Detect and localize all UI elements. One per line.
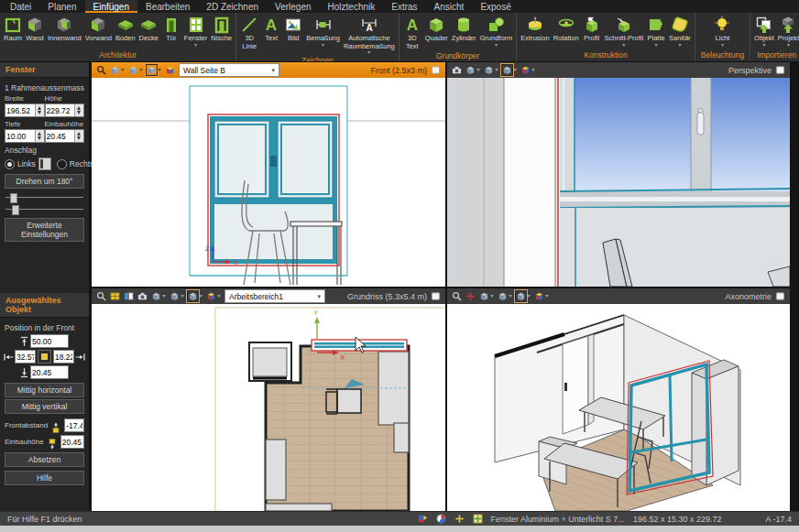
menu-datei[interactable]: Datei xyxy=(2,0,39,13)
spinner-icon[interactable] xyxy=(35,130,44,142)
camera-icon[interactable] xyxy=(137,291,148,301)
ribbon-button-nische[interactable]: Nische xyxy=(209,13,234,43)
view-cube-icon[interactable] xyxy=(170,291,180,301)
arbeitsbereich-select[interactable]: Arbeitsbereich1▾ xyxy=(224,289,325,303)
color-cube-icon[interactable] xyxy=(206,291,216,301)
grundriss-viewport[interactable]: Arbeitsbereich1▾ Grundriss (5.3x5.4 m) xyxy=(92,288,445,511)
ribbon-button-tuer[interactable]: Tür xyxy=(160,13,182,43)
object-center-marker-icon[interactable] xyxy=(38,350,51,364)
ribbon-button-raum[interactable]: Raum xyxy=(2,13,24,43)
ribbon-button-boden[interactable]: Boden xyxy=(114,13,137,43)
menu-bearbeiten[interactable]: Bearbeiten xyxy=(137,0,198,13)
slider-2[interactable] xyxy=(5,204,84,214)
menu-einfuegen[interactable]: Einfügen xyxy=(85,0,137,13)
menu-planen[interactable]: Planen xyxy=(39,0,84,13)
absetzen-button[interactable]: Absetzen xyxy=(5,452,84,467)
hilfe-button[interactable]: Hilfe xyxy=(5,471,84,485)
rechts-radio[interactable] xyxy=(57,159,67,169)
menu-ansicht[interactable]: Ansicht xyxy=(426,0,473,13)
ribbon-button-auto-raumbemassung[interactable]: AAutomatische Raumbemaßung▾ xyxy=(342,13,397,55)
spinner-icon[interactable] xyxy=(35,104,44,116)
axonometrie-view-canvas[interactable] xyxy=(447,304,790,511)
ribbon-button-bemassung[interactable]: Bemaßung▾ xyxy=(304,13,342,48)
zoom-icon[interactable] xyxy=(96,291,106,301)
move-icon[interactable] xyxy=(465,291,476,301)
viewport-maximize-icon[interactable] xyxy=(431,65,441,75)
view-cube-icon[interactable] xyxy=(151,291,161,301)
camera-icon[interactable] xyxy=(452,65,462,75)
slider-1[interactable] xyxy=(5,192,84,202)
position-top-input[interactable] xyxy=(31,335,68,347)
ribbon-button-decke[interactable]: Decke xyxy=(137,13,160,43)
ribbon-button-3d-text[interactable]: A3D Text xyxy=(401,13,423,50)
view-cube-icon[interactable] xyxy=(147,65,157,75)
move-icon[interactable] xyxy=(454,514,465,524)
drehen-button[interactable]: Drehen um 180° xyxy=(5,174,84,189)
menu-holztechnik[interactable]: Holztechnik xyxy=(320,0,384,13)
axonometrie-viewport[interactable]: Axonometrie xyxy=(447,288,790,511)
ribbon-button-licht[interactable]: Licht▾ xyxy=(711,13,733,48)
ribbon-button-objekt[interactable]: Objekt▾ xyxy=(752,13,776,48)
ribbon-button-vorwand[interactable]: Vorwand xyxy=(83,13,114,43)
view-cube-icon[interactable] xyxy=(479,291,489,301)
breite-input[interactable] xyxy=(5,104,35,116)
mittig-horizontal-button[interactable]: Mittig horizontal xyxy=(5,383,84,397)
transform-icon[interactable] xyxy=(418,514,428,524)
mittig-vertikal-button[interactable]: Mittig vertikal xyxy=(5,399,84,414)
wall-side-select[interactable]: Wall Seite B▾ xyxy=(179,63,279,77)
menu-extras[interactable]: Extras xyxy=(383,0,425,13)
view-cube-icon[interactable] xyxy=(502,65,512,75)
view-cube-icon[interactable] xyxy=(516,291,526,301)
menu-verlegen[interactable]: Verlegen xyxy=(267,0,319,13)
perspektive-viewport[interactable]: Perspektive xyxy=(447,62,790,287)
links-radio[interactable] xyxy=(5,159,15,169)
grundriss-view-canvas[interactable]: Y X xyxy=(92,304,445,511)
pie-icon[interactable] xyxy=(436,514,446,524)
spinner-icon[interactable] xyxy=(74,130,83,142)
menu-expose[interactable]: Exposé xyxy=(472,0,519,13)
erweiterte-einstellungen-button[interactable]: Erweiterte Einstellungen xyxy=(5,218,84,242)
view-cube-icon[interactable] xyxy=(484,65,494,75)
spinner-icon[interactable] xyxy=(74,104,83,116)
viewport-maximize-icon[interactable] xyxy=(775,65,785,75)
ribbon-button-wand[interactable]: Wand xyxy=(24,13,46,43)
frontabstand-input[interactable] xyxy=(65,419,83,431)
ribbon-button-grundform[interactable]: Grundform▾ xyxy=(478,13,515,48)
perspektive-view-canvas[interactable] xyxy=(447,78,790,287)
ribbon-button-platte[interactable]: Platte▾ xyxy=(645,13,667,48)
position-left-input[interactable] xyxy=(16,351,35,363)
snap-grid-icon[interactable] xyxy=(473,514,483,524)
position-right-input[interactable] xyxy=(54,351,73,363)
einbauhoehe-input[interactable] xyxy=(46,130,75,142)
ribbon-button-profil[interactable]: Profil xyxy=(581,13,603,43)
hinge-left-icon[interactable] xyxy=(38,157,51,170)
zoom-icon[interactable] xyxy=(452,291,462,301)
ribbon-button-quader[interactable]: Quader xyxy=(423,13,450,43)
ribbon-button-innenwand[interactable]: Innenwand xyxy=(46,13,83,43)
view-cube-icon[interactable] xyxy=(110,65,120,75)
zoom-icon[interactable] xyxy=(96,65,106,75)
ribbon-button-bild[interactable]: Bild xyxy=(282,13,304,43)
ribbon-button-projekt[interactable]: Projekt▾ xyxy=(776,13,799,48)
einbauhoehe2-input[interactable] xyxy=(61,436,83,448)
front-viewport[interactable]: Wall Seite B▾ Front (2.5x3 m) xyxy=(92,62,445,287)
viewport-maximize-icon[interactable] xyxy=(775,291,785,301)
hoehe-input[interactable] xyxy=(46,104,75,116)
viewport-maximize-icon[interactable] xyxy=(431,291,441,301)
view-cube-icon[interactable] xyxy=(498,291,508,301)
tiefe-input[interactable] xyxy=(5,130,35,142)
ribbon-button-sanitaer[interactable]: Sanitär▾ xyxy=(667,13,693,48)
view-cube-icon[interactable] xyxy=(465,65,476,75)
ribbon-button-3d-linie[interactable]: 3D Linie xyxy=(238,13,260,50)
color-cube-icon[interactable] xyxy=(165,65,175,75)
ribbon-button-extrusion[interactable]: Extrusion xyxy=(519,13,551,43)
ribbon-button-zylinder[interactable]: Zylinder xyxy=(450,13,478,43)
grid-yellow-icon[interactable] xyxy=(110,291,120,301)
menu-2d-zeichnen[interactable]: 2D Zeichnen xyxy=(198,0,267,13)
front-view-canvas[interactable]: X Z xyxy=(92,78,445,287)
ribbon-button-rotation[interactable]: Rotation xyxy=(552,13,581,43)
position-bottom-input[interactable] xyxy=(31,366,68,378)
color-cube-icon[interactable] xyxy=(520,65,531,75)
color-cube-icon[interactable] xyxy=(534,291,544,301)
ribbon-button-fenster[interactable]: Fenster▾ xyxy=(182,13,209,48)
